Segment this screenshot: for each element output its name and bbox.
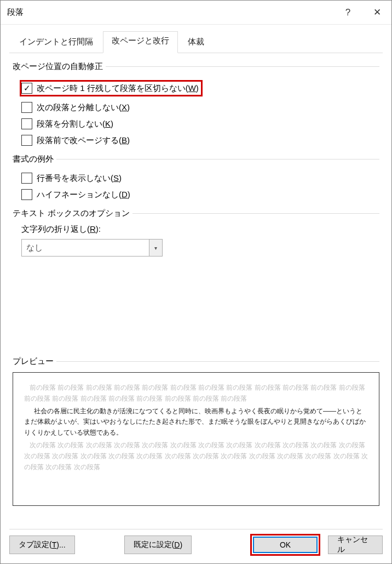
checkbox-page-break-before[interactable] (21, 135, 32, 146)
label-keep-together: 段落を分割しない(K) (37, 119, 113, 129)
label-keep-with-next: 次の段落と分離しない(X) (37, 102, 130, 113)
label-widow-orphan: 改ページ時 1 行残して段落を区切らない(W) (37, 83, 199, 94)
button-bar: タブ設定(T)... 既定に設定(D) OK キャンセル (9, 534, 383, 556)
select-text-wrap[interactable]: なし ▾ (21, 239, 163, 257)
tab-bar: インデントと行間隔 改ページと改行 体裁 (9, 31, 383, 53)
tab-indent[interactable]: インデントと行間隔 (9, 31, 103, 53)
checkbox-keep-with-next[interactable] (21, 102, 32, 113)
select-value: なし (26, 243, 43, 253)
tab-pagebreak[interactable]: 改ページと改行 (103, 31, 178, 53)
group-textbox-options: テキスト ボックスのオプション 文字列の折り返し(R): なし ▾ (13, 208, 379, 257)
divider (132, 213, 379, 214)
close-button[interactable]: ✕ (362, 1, 391, 25)
group-preview: プレビュー 前の段落 前の段落 前の段落 前の段落 前の段落 前の段落 前の段落… (13, 356, 379, 506)
group-title-exception: 書式の例外 (13, 154, 54, 164)
dialog-body: インデントと行間隔 改ページと改行 体裁 改ページ位置の自動修正 改ページ時 1… (1, 25, 391, 506)
set-default-button[interactable]: 既定に設定(D) (124, 535, 192, 554)
preview-body: 社会の各層に民主化の動きが活溌になつてくると同時に、映画界もようやく長夜の眠りか… (24, 406, 368, 438)
preview-before: 前の段落 前の段落 前の段落 前の段落 前の段落 前の段落 前の段落 前の段落 … (24, 383, 368, 405)
divider (56, 159, 379, 159)
tab-content: 改ページ位置の自動修正 改ページ時 1 行残して段落を区切らない(W) 次の段落… (9, 53, 383, 506)
group-title-preview: プレビュー (13, 356, 54, 367)
divider (9, 529, 383, 529)
titlebar: 段落 ? ✕ (1, 1, 391, 25)
group-title-pagebreak: 改ページ位置の自動修正 (13, 61, 103, 72)
group-title-textbox: テキスト ボックスのオプション (13, 208, 130, 219)
tab-settings-button[interactable]: タブ設定(T)... (9, 535, 75, 554)
ok-button[interactable]: OK (253, 537, 318, 553)
group-format-exception: 書式の例外 行番号を表示しない(S) ハイフネーションなし(D) (13, 154, 379, 203)
group-pagebreak-auto: 改ページ位置の自動修正 改ページ時 1 行残して段落を区切らない(W) 次の段落… (13, 61, 379, 149)
highlight-ok: OK (250, 534, 320, 556)
label-text-wrap: 文字列の折り返し(R): (13, 224, 379, 235)
checkbox-no-hyphenation[interactable] (21, 189, 32, 200)
checkbox-keep-together[interactable] (21, 118, 32, 129)
divider (56, 361, 379, 362)
chevron-down-icon: ▾ (149, 240, 162, 256)
cancel-button[interactable]: キャンセル (328, 535, 383, 554)
checkbox-widow-orphan[interactable] (21, 83, 32, 94)
label-suppress-line-numbers: 行番号を表示しない(S) (37, 173, 122, 184)
preview-after: 次の段落 次の段落 次の段落 次の段落 次の段落 次の段落 次の段落 次の段落 … (24, 440, 368, 472)
tab-format[interactable]: 体裁 (178, 31, 214, 53)
dialog-title: 段落 (7, 7, 333, 18)
help-button[interactable]: ? (333, 1, 362, 25)
divider (106, 66, 379, 67)
preview-box: 前の段落 前の段落 前の段落 前の段落 前の段落 前の段落 前の段落 前の段落 … (13, 372, 379, 506)
label-no-hyphenation: ハイフネーションなし(D) (37, 190, 130, 200)
highlight-widow-orphan: 改ページ時 1 行残して段落を区切らない(W) (20, 80, 203, 96)
label-page-break-before: 段落前で改ページする(B) (37, 135, 130, 146)
checkbox-suppress-line-numbers[interactable] (21, 173, 32, 184)
